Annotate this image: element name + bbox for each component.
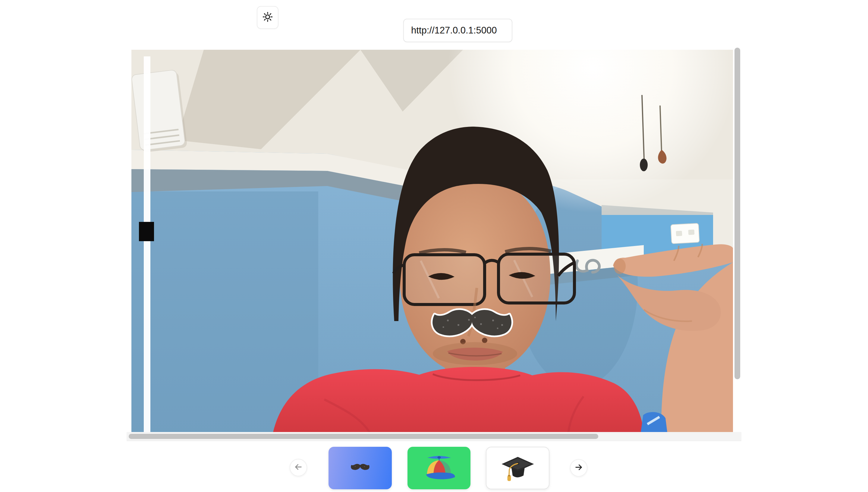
air-conditioner: [131, 69, 187, 153]
camera-feed: [131, 50, 733, 432]
address-bar: [403, 19, 512, 42]
brightness-slider-track: [144, 56, 150, 432]
chin-shadow: [433, 342, 517, 365]
vertical-scrollbar-thumb[interactable]: [735, 48, 740, 379]
address-input[interactable]: [411, 25, 505, 36]
mustache-icon: [350, 463, 370, 473]
prev-filters-button[interactable]: [290, 459, 307, 476]
filter-option-graduation-cap[interactable]: [486, 447, 550, 489]
arrow-left-icon: [293, 462, 303, 473]
horizontal-scrollbar-track: [127, 432, 741, 441]
next-filters-button[interactable]: [570, 459, 587, 476]
glasses: [393, 254, 575, 304]
filter-option-propeller-cap[interactable]: [407, 447, 470, 489]
brightness-slider-thumb[interactable]: [139, 222, 154, 241]
wall-shadow-left: [131, 192, 318, 432]
app-window: [0, 0, 868, 492]
propeller-cap-icon: [422, 453, 456, 483]
nostril: [482, 338, 487, 343]
power-outlet: [671, 223, 699, 244]
filter-option-mustache[interactable]: [329, 447, 392, 489]
brightness-button[interactable]: [257, 6, 279, 29]
sun-icon: [262, 11, 273, 24]
person-shirt: [273, 367, 644, 432]
horizontal-scrollbar-thumb[interactable]: [129, 434, 598, 439]
camera-panel: [127, 45, 741, 441]
graduation-cap-icon: [500, 452, 536, 484]
arrow-right-icon: [574, 463, 584, 473]
